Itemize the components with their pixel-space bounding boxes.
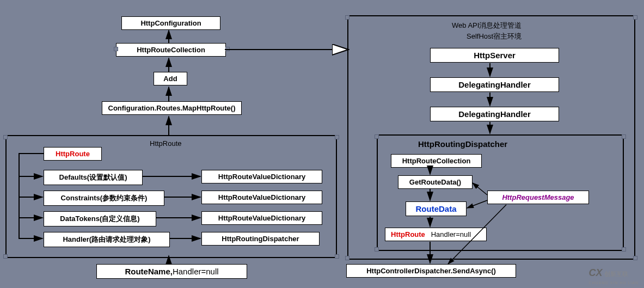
http-configuration-box: HttpConfiguration	[121, 16, 220, 30]
httproute-row: HttpRoute	[44, 147, 102, 161]
http-server-box: HttpServer	[430, 48, 559, 63]
datatokens-row: DataTokens(自定义信息)	[44, 211, 156, 226]
handler-null-label: Handler=null	[173, 267, 219, 276]
watermark-logo: CX	[588, 267, 602, 278]
route-data-box: RouteData	[406, 201, 467, 216]
defaults-target: HttpRouteValueDictionary	[201, 170, 322, 183]
pipeline-title2: SelfHost宿主环境	[467, 32, 522, 41]
watermark: CX 创新互联 CHUANG XIN HU LIAN	[588, 267, 639, 285]
watermark-text: 创新互联	[604, 271, 628, 277]
pipeline-title1: Web API消息处理管道	[452, 21, 522, 30]
handler-target: HttpRoutingDispatcher	[201, 232, 320, 246]
map-route-box: Configuration.Routes.MapHttpRoute()	[102, 101, 242, 115]
defaults-row: Defaults(设置默认值)	[44, 170, 143, 185]
handler-row: Handler(路由请求处理对象)	[44, 232, 170, 247]
delegating-handler-2: DelegatingHandler	[430, 107, 559, 121]
route-data-details: HttpRoute Handler=null	[385, 228, 487, 241]
constraints-target: HttpRouteValueDictionary	[201, 191, 322, 204]
http-route-collection-box: HttpRouteCollection	[116, 43, 226, 57]
right-httproute: HttpRoute	[391, 230, 425, 238]
delegating-handler-1: DelegatingHandler	[430, 77, 559, 92]
route-name-box: RouteName,Handler=null	[96, 264, 247, 279]
watermark-sub: CHUANG XIN HU LIAN	[588, 281, 639, 285]
dispatcher-title: HttpRoutingDispatcher	[418, 139, 507, 149]
datatokens-target: HttpRouteValueDictionary	[201, 211, 322, 225]
http-request-message-box: HttpRequestMessage	[487, 191, 589, 204]
right-route-collection: HttpRouteCollection	[391, 154, 482, 168]
send-async-box: HttpControllerDispatcher.SendAsync()	[346, 264, 516, 278]
constraints-row: Constraints(参数约束条件)	[44, 191, 164, 206]
route-name-label: RouteName,	[125, 267, 173, 276]
add-box: Add	[154, 72, 187, 85]
get-route-data-box: GetRouteData()	[398, 175, 473, 189]
right-handler-null: Handler=null	[431, 230, 471, 238]
http-route-title: HttpRoute	[150, 139, 182, 148]
